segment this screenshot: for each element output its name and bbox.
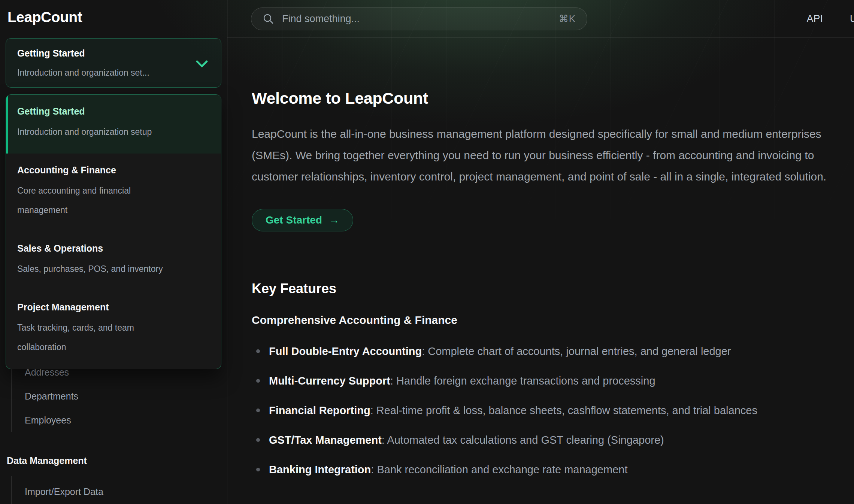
dropdown-item-subtitle: Task tracking, cards, and team collabora… (17, 318, 167, 357)
dropdown-item-sales-operations[interactable]: Sales & Operations Sales, purchases, POS… (6, 232, 221, 291)
feature-desc: : Handle foreign exchange transactions a… (390, 375, 655, 387)
feature-desc: : Complete chart of accounts, journal en… (422, 345, 731, 357)
feature-item-financial-reporting: Financial Reporting: Real-time profit & … (252, 404, 849, 417)
feature-item-double-entry: Full Double-Entry Accounting: Complete c… (252, 344, 849, 358)
dropdown-item-project-management[interactable]: Project Management Task tracking, cards,… (6, 291, 221, 369)
feature-term: Full Double-Entry Accounting (269, 345, 422, 357)
key-features-heading: Key Features (252, 281, 849, 297)
feature-item-gst-tax: GST/Tax Management: Automated tax calcul… (252, 433, 849, 447)
dropdown-item-title: Accounting & Finance (17, 165, 210, 176)
dropdown-item-accounting-finance[interactable]: Accounting & Finance Core accounting and… (6, 154, 221, 232)
feature-term: Financial Reporting (269, 404, 370, 416)
feature-desc: : Bank reconciliation and exchange rate … (371, 464, 627, 476)
sidebar: LeapCount Getting Started Introduction a… (0, 0, 227, 504)
feature-item-banking: Banking Integration: Bank reconciliation… (252, 463, 849, 476)
dropdown-item-title: Getting Started (17, 106, 210, 117)
sidebar-nav-data-management: Import/Export Data (11, 476, 227, 504)
main-area: ⌘K API User Welcome to LeapCount LeapCou… (227, 0, 854, 504)
section-dropdown-menu: Getting Started Introduction and organiz… (6, 94, 221, 369)
search-box[interactable]: ⌘K (251, 7, 587, 30)
feature-desc: : Automated tax calculations and GST cle… (382, 434, 664, 446)
get-started-label: Get Started (266, 214, 322, 226)
top-bar: ⌘K API User (227, 0, 854, 38)
section-selector-dropdown[interactable]: Getting Started Introduction and organiz… (6, 38, 221, 88)
dropdown-item-subtitle: Sales, purchases, POS, and inventory (17, 259, 210, 279)
dropdown-item-title: Project Management (17, 302, 210, 313)
dropdown-item-subtitle: Core accounting and financial management (17, 181, 160, 220)
page-title: Welcome to LeapCount (252, 89, 849, 107)
sidebar-nav-organization: Addresses Departments Employees (11, 360, 227, 432)
get-started-button[interactable]: Get Started → (252, 209, 353, 231)
link-api[interactable]: API (806, 13, 823, 25)
topbar-links: API User (791, 13, 854, 25)
sidebar-item-departments[interactable]: Departments (25, 384, 227, 408)
subsection-heading: Comprehensive Accounting & Finance (252, 314, 849, 327)
search-input[interactable] (282, 13, 559, 25)
feature-term: GST/Tax Management (269, 434, 382, 446)
dropdown-item-getting-started[interactable]: Getting Started Introduction and organiz… (6, 95, 221, 154)
selector-title: Getting Started (17, 48, 149, 59)
brand-logo[interactable]: LeapCount (0, 7, 227, 28)
selector-text: Getting Started Introduction and organiz… (17, 48, 149, 78)
sidebar-item-import-export-data[interactable]: Import/Export Data (25, 480, 227, 504)
search-shortcut: ⌘K (559, 13, 576, 25)
chevron-down-icon (196, 60, 208, 68)
dropdown-item-subtitle: Introduction and organization setup (17, 122, 210, 142)
dropdown-item-title: Sales & Operations (17, 243, 210, 254)
feature-desc: : Real-time profit & loss, balance sheet… (370, 404, 757, 416)
feature-item-multi-currency: Multi-Currency Support: Handle foreign e… (252, 374, 849, 388)
app-window: LeapCount Getting Started Introduction a… (0, 0, 854, 504)
search-icon (263, 13, 274, 24)
doc-content: Welcome to LeapCount LeapCount is the al… (227, 38, 849, 476)
feature-term: Banking Integration (269, 464, 371, 476)
sidebar-section-data-management: Data Management (7, 455, 227, 466)
link-user[interactable]: User (850, 13, 854, 25)
selector-subtitle: Introduction and organization set... (17, 68, 149, 78)
arrow-right-icon: → (329, 214, 339, 226)
intro-paragraph: LeapCount is the all-in-one business man… (252, 123, 848, 187)
feature-term: Multi-Currency Support (269, 375, 390, 387)
feature-list: Full Double-Entry Accounting: Complete c… (252, 344, 849, 476)
sidebar-item-employees[interactable]: Employees (25, 408, 227, 432)
